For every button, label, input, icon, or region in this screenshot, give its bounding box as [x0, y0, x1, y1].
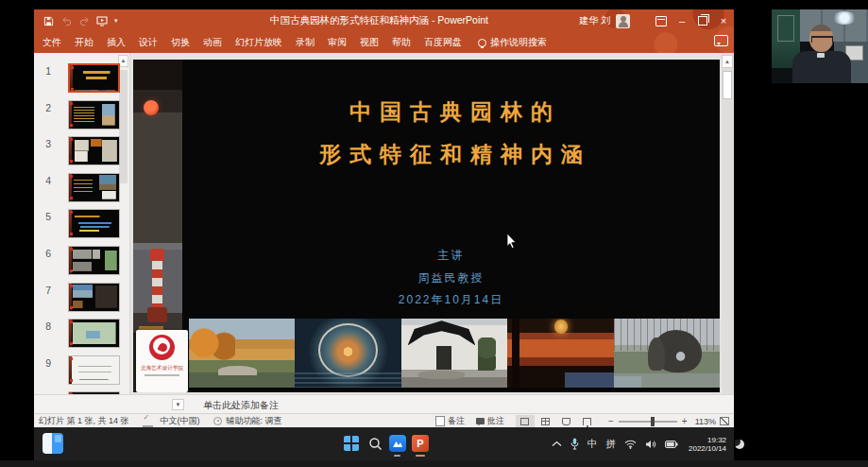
redo-icon[interactable]	[78, 15, 90, 26]
reading-view-button[interactable]	[557, 415, 576, 427]
ribbon-tab-2[interactable]: 开始	[68, 32, 100, 53]
tray-time: 19:32	[689, 436, 726, 444]
undo-icon[interactable]	[60, 15, 72, 26]
ribbon-tabs: 文件开始插入设计切换动画幻灯片放映录制审阅视图帮助百度网盘 操作说明搜索	[34, 32, 734, 53]
close-button[interactable]: ×	[713, 9, 734, 32]
powerpoint-icon[interactable]: P	[411, 434, 430, 453]
slideshow-view-button[interactable]	[578, 415, 597, 427]
ribbon-tab-4[interactable]: 设计	[132, 32, 164, 53]
university-logo-card[interactable]: 北海艺术设计学院	[136, 330, 188, 392]
ribbon-tab-1[interactable]: 文件	[36, 32, 68, 53]
volume-icon[interactable]	[645, 440, 656, 449]
ribbon-tab-6[interactable]: 动画	[196, 32, 229, 53]
ribbon-tab-9[interactable]: 审阅	[321, 32, 353, 53]
slide-thumbnail-5[interactable]: 5	[34, 209, 129, 243]
zoom-out-button[interactable]: −	[608, 416, 614, 426]
clock[interactable]: 19:32 2022/10/14	[689, 436, 726, 453]
thumbnail-image[interactable]	[68, 209, 120, 238]
autumn-garden-bridge-photo[interactable]	[189, 319, 295, 388]
zoom-slider[interactable]	[619, 421, 677, 423]
ribbon-tab-10[interactable]: 视图	[353, 32, 385, 53]
slide-thumbnail-3[interactable]: 3	[34, 136, 129, 170]
slideshow-icon[interactable]	[96, 15, 108, 26]
slide-thumbnail-2[interactable]: 2	[34, 100, 129, 134]
ime-language-indicator[interactable]: 中	[587, 438, 598, 451]
spellcheck-icon[interactable]	[143, 416, 153, 427]
zoom-in-button[interactable]: +	[682, 416, 688, 426]
normal-view-button[interactable]	[516, 415, 535, 427]
fit-slide-icon[interactable]	[720, 417, 729, 425]
tell-me-search[interactable]: 操作说明搜索	[478, 36, 547, 49]
speaker-block[interactable]: 主讲 周益民教授 2022年10月14日	[182, 245, 720, 312]
slide-editor: 中国古典园林的 形式特征和精神内涵 主讲 周益民教授 2022年10月14日 北…	[130, 53, 734, 394]
slide-thumbnail-6[interactable]: 6	[34, 246, 129, 280]
thumbnail-image[interactable]	[68, 246, 120, 275]
avatar[interactable]	[616, 14, 630, 28]
battery-icon[interactable]	[665, 441, 678, 448]
lighthouse-body	[152, 261, 162, 310]
collapse-arrow-icon[interactable]: ▼	[172, 399, 184, 410]
notes-placeholder[interactable]: 单击此处添加备注	[203, 399, 279, 412]
window-title: 中国古典园林的形式特征和精神内涵 - PowerPoint	[176, 14, 583, 27]
thumbnail-number: 8	[38, 320, 51, 332]
widgets-icon[interactable]	[43, 433, 63, 454]
comments-toggle[interactable]: 批注	[476, 415, 504, 427]
slide-thumbnail-1[interactable]: 1	[34, 63, 129, 97]
ribbon-tab-3[interactable]: 插入	[100, 32, 132, 53]
thumbnail-image[interactable]	[68, 319, 120, 348]
thumbnail-number: 1	[38, 65, 51, 77]
wifi-icon[interactable]	[624, 440, 637, 449]
slide-title-line2[interactable]: 形式特征和精神内涵	[182, 140, 720, 169]
zoom-percentage[interactable]: 113%	[695, 417, 716, 426]
ribbon-tab-8[interactable]: 录制	[289, 32, 321, 53]
accessibility-status[interactable]: 辅助功能: 调查	[227, 415, 282, 427]
chat-icon[interactable]	[714, 35, 728, 46]
presenter-glasses	[811, 36, 833, 43]
qat-dropdown-icon[interactable]: ▾	[114, 17, 118, 25]
slide-thumbnail-4[interactable]: 4	[34, 173, 129, 207]
scrollbar-thumb[interactable]	[723, 71, 732, 99]
search-icon[interactable]	[366, 434, 384, 453]
language-indicator[interactable]: 中文(中国)	[161, 415, 200, 427]
minimize-button[interactable]: –	[672, 9, 692, 32]
abstract-sculpture-park-photo[interactable]	[614, 319, 720, 388]
thumbnail-image[interactable]	[68, 136, 120, 165]
powerpoint-window: ▾ 中国古典园林的形式特征和精神内涵 - PowerPoint 建华 刘 – ×…	[34, 9, 734, 427]
moon-icon[interactable]	[735, 440, 744, 449]
photo-detail	[418, 371, 465, 379]
thumbnail-number: 9	[38, 357, 51, 369]
ribbon-tab-12[interactable]: 百度网盘	[417, 32, 468, 53]
ribbon-tab-11[interactable]: 帮助	[385, 32, 417, 53]
slide-title-line1[interactable]: 中国古典园林的	[182, 97, 720, 127]
ribbon-display-icon[interactable]	[651, 9, 672, 32]
ribbon-tab-5[interactable]: 切换	[164, 32, 196, 53]
save-icon[interactable]	[43, 15, 54, 26]
slide-thumbnail-8[interactable]: 8	[34, 319, 129, 353]
notes-toggle[interactable]: 备注	[435, 415, 465, 427]
thumbnail-image[interactable]	[68, 355, 120, 385]
webcam-light-glare	[832, 11, 857, 25]
account-name[interactable]: 建华 刘	[579, 14, 610, 27]
slide-thumbnail-7[interactable]: 7	[34, 283, 129, 317]
thumbnail-image[interactable]	[68, 173, 120, 202]
editor-scrollbar[interactable]: ▲	[722, 53, 734, 394]
university-name: 北海艺术设计学院	[137, 364, 186, 372]
white-wall-pavilion-photo[interactable]	[401, 319, 507, 388]
meeting-app-icon[interactable]	[388, 434, 407, 453]
zoom-slider-thumb[interactable]	[651, 417, 655, 426]
slide-thumbnail-9[interactable]: 9	[34, 355, 129, 389]
moon-gate-night-photo[interactable]	[295, 319, 400, 388]
thumbnail-image[interactable]	[68, 100, 120, 130]
chevron-up-icon[interactable]	[552, 441, 562, 447]
thumbnail-image[interactable]	[68, 63, 120, 93]
ribbon-tab-7[interactable]: 幻灯片放映	[229, 32, 289, 53]
microphone-icon[interactable]	[570, 438, 579, 450]
start-icon[interactable]	[342, 434, 361, 453]
scroll-up-icon[interactable]: ▲	[722, 55, 733, 68]
slide-canvas[interactable]: 中国古典园林的 形式特征和精神内涵 主讲 周益民教授 2022年10月14日 北…	[133, 60, 720, 392]
autumn-veranda-lantern-photo[interactable]	[507, 319, 613, 388]
thumbnail-image[interactable]	[68, 283, 120, 312]
slide-sorter-view-button[interactable]	[536, 415, 555, 427]
restore-button[interactable]	[692, 9, 713, 32]
ime-mode-indicator[interactable]: 拼	[606, 438, 617, 451]
